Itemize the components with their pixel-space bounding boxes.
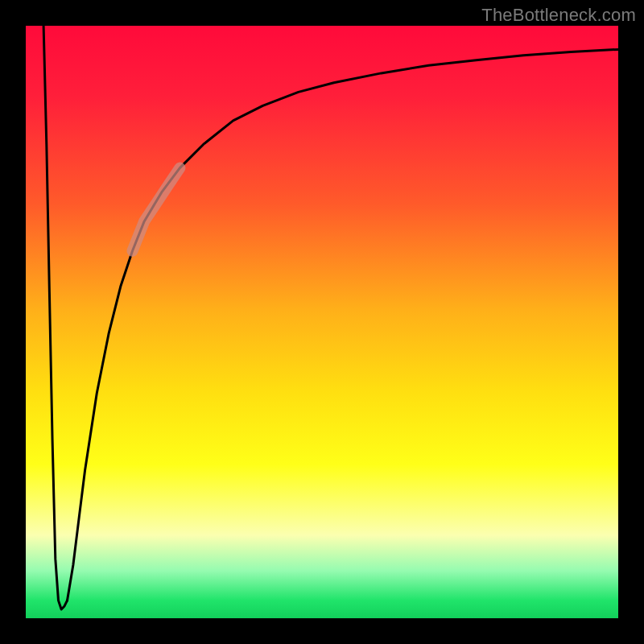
plot-area: [26, 26, 618, 618]
recovery-curve-path: [68, 49, 619, 601]
highlight-segment-path: [133, 168, 180, 251]
watermark-text: TheBottleneck.com: [481, 5, 636, 26]
chart-frame: TheBottleneck.com: [0, 0, 644, 644]
chart-svg: [26, 26, 618, 618]
left-spike-path: [43, 26, 67, 609]
